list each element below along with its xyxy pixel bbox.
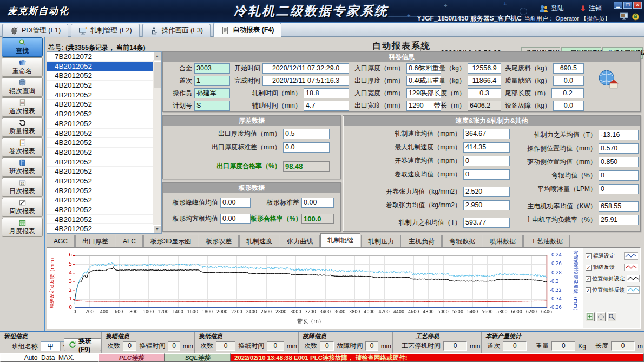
operator-field[interactable]: 孙建军: [194, 88, 230, 98]
login-button[interactable]: 登陆: [539, 4, 564, 13]
exit-thickness-avg-field[interactable]: 0.5: [283, 129, 330, 139]
sidebar-item-weekly-report[interactable]: 周次报表: [2, 198, 43, 217]
scrollbar[interactable]: ▲ ▼: [153, 52, 161, 233]
chart-tab[interactable]: 喷淋数据: [483, 235, 523, 247]
speed-right-value[interactable]: 0: [599, 184, 639, 194]
chart-tab[interactable]: 板形3D显示图: [143, 235, 198, 247]
magnifier-icon[interactable]: [607, 312, 616, 321]
speed-left-value[interactable]: 593.77: [463, 218, 510, 228]
coil-list-item[interactable]: 4B2012052: [47, 224, 153, 233]
scroll-down-icon[interactable]: ▼: [153, 225, 161, 233]
speed-left-value[interactable]: 2.950: [463, 200, 510, 210]
sidebar-item-database[interactable]: 辊次查询: [2, 77, 43, 97]
sidebar-item-search[interactable]: 查找: [2, 37, 43, 57]
zoom-box-icon[interactable]: [586, 312, 595, 321]
coil-list-item[interactable]: 4B2012052: [47, 148, 153, 157]
nav-tab[interactable]: 操作画面 (F3): [142, 24, 211, 37]
sidebar-item-daily-report[interactable]: 26日次报表: [2, 177, 43, 197]
coil-list-item[interactable]: 7B2012072: [47, 52, 153, 62]
pan-icon[interactable]: [596, 312, 606, 321]
coil-list-item[interactable]: 4B2012052: [47, 195, 153, 205]
alloy-field[interactable]: 3003: [194, 63, 230, 74]
minimize-button[interactable]: ▁: [614, 2, 622, 9]
equipment-fault-field[interactable]: 0.0: [553, 101, 584, 111]
coil-list-item[interactable]: 4B2012052: [47, 167, 153, 176]
logout-button[interactable]: 注销: [580, 4, 602, 13]
speed-right-value[interactable]: 658.55: [599, 201, 639, 212]
speed-left-value[interactable]: 2.520: [463, 187, 510, 197]
chart-tab[interactable]: 张力曲线: [280, 235, 320, 247]
sidebar-item-rename[interactable]: 重命名: [2, 57, 43, 77]
exit-thickness-std-field[interactable]: 0.0: [283, 142, 330, 153]
chart-tab[interactable]: 轧制压力: [361, 235, 401, 247]
head-tail-scrap-field[interactable]: 690.5: [553, 63, 584, 74]
chart-tab[interactable]: 板形误差: [199, 235, 239, 247]
coil-list-item[interactable]: 4B2012052: [47, 81, 153, 90]
scrollbar-thumb[interactable]: [154, 61, 161, 88]
coil-list-item[interactable]: 4B2012052: [47, 157, 153, 167]
sidebar-item-pass-report[interactable]: 道次报表: [2, 97, 43, 117]
speed-left-value[interactable]: 0: [463, 156, 510, 166]
chart-tab[interactable]: 工艺油数据: [523, 235, 570, 247]
close-button[interactable]: ✕: [633, 2, 642, 9]
sidebar-item-shift-report[interactable]: 班次报表: [2, 157, 43, 177]
chart-tab[interactable]: AGC: [47, 235, 75, 247]
chart-tab[interactable]: 主机负荷: [402, 235, 442, 247]
sidebar-item-monthly-report[interactable]: 月度报表: [2, 218, 43, 237]
speed-right-value[interactable]: 0.570: [599, 143, 639, 154]
speed-left-value[interactable]: 414.35: [463, 142, 510, 153]
speed-right-value[interactable]: 0.850: [599, 157, 639, 167]
shift-change-button[interactable]: 换班(F9): [64, 338, 101, 351]
speed-right-value[interactable]: 25.91: [599, 215, 639, 225]
plan-field[interactable]: S: [194, 101, 230, 111]
chart-tab[interactable]: 出口厚差: [75, 235, 115, 247]
sql-connection-cell[interactable]: SQL连接: [165, 353, 231, 362]
restore-button[interactable]: ❐: [623, 2, 632, 9]
speed-right-value[interactable]: 0: [599, 170, 639, 181]
coil-list-item[interactable]: 4B2012052: [47, 215, 153, 225]
nav-tab[interactable]: 轧制管理 (F2): [71, 24, 139, 37]
coil-list-item[interactable]: 4B2012052: [47, 100, 153, 109]
legend-checkbox[interactable]: ✓: [586, 265, 592, 271]
out-weight-field[interactable]: 11866.4: [468, 76, 501, 86]
coil-list-item[interactable]: 4B2012052: [47, 129, 153, 139]
coil-list-item[interactable]: 4B2012052: [47, 119, 153, 129]
speed-left-value[interactable]: 0: [463, 169, 510, 180]
legend-checkbox[interactable]: ✓: [586, 287, 591, 293]
coil-list-item[interactable]: 4B2012052: [47, 109, 153, 119]
sidebar-item-coil-report[interactable]: 卷次报表: [2, 137, 43, 157]
chart-tab[interactable]: 轧制辊缝: [320, 233, 360, 247]
shape-rms-field[interactable]: 0.00: [220, 214, 251, 224]
nav-tab[interactable]: PDI管理 (F1): [2, 24, 68, 37]
pass-field[interactable]: 1: [194, 76, 230, 86]
quality-defect-field[interactable]: 0.0: [553, 76, 584, 86]
aux-time-field[interactable]: 4.7: [304, 101, 349, 111]
chart-tab[interactable]: 轧制速度: [239, 235, 279, 247]
scroll-up-icon[interactable]: ▲: [153, 52, 161, 60]
coil-list-item[interactable]: 4B2012052: [47, 71, 153, 81]
coil-list-item[interactable]: 4B2012052: [47, 90, 153, 100]
speed-left-value[interactable]: 364.67: [463, 129, 510, 139]
coil-list-item[interactable]: 4B2012052: [47, 138, 153, 148]
end-time-field[interactable]: 2020/12/11 07:51:16.3: [262, 76, 349, 86]
lock-icon[interactable]: [632, 12, 640, 21]
chart-tab[interactable]: AFC: [116, 235, 143, 247]
coil-list-item[interactable]: 4B2012052: [47, 176, 153, 186]
nav-tab[interactable]: 自动报表 (F4): [213, 23, 281, 37]
in-weight-field[interactable]: 12556.9: [468, 63, 501, 74]
screen-icon[interactable]: [620, 12, 629, 21]
coil-list-item[interactable]: 4B2012052: [47, 62, 153, 71]
sidebar-item-quality-report[interactable]: 质量报表: [2, 117, 43, 137]
coil-list-item[interactable]: 4B2012052: [47, 205, 153, 215]
chart-tab[interactable]: 弯辊数据: [442, 235, 482, 247]
roll-time-field[interactable]: 18.8: [304, 88, 349, 98]
shape-std-field[interactable]: 0.00: [301, 198, 334, 208]
speed-right-value[interactable]: -13.16: [599, 130, 639, 140]
legend-checkbox[interactable]: ✓: [586, 253, 592, 259]
start-time-field[interactable]: 2020/12/11 07:32:29.0: [262, 63, 349, 74]
globe-home-icon[interactable]: [596, 68, 621, 91]
head-length-field[interactable]: 0.3: [468, 88, 501, 98]
plc-connection-cell[interactable]: PLC连接: [98, 353, 165, 362]
shape-peak-field[interactable]: 0.00: [220, 198, 251, 208]
legend-checkbox[interactable]: ✓: [586, 276, 591, 282]
